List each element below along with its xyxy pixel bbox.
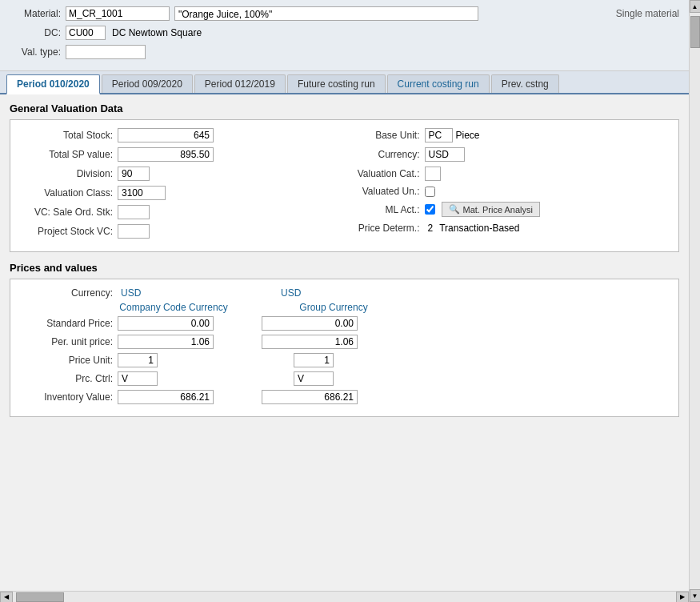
tab-future-costing-run[interactable]: Future costing run: [287, 74, 386, 93]
dc-name: DC Newtown Square: [112, 27, 202, 38]
tab-period-009-2020[interactable]: Period 009/2020: [102, 74, 193, 93]
price-unit-label: Price Unit:: [22, 355, 118, 366]
total-stock-label: Total Stock:: [22, 130, 118, 141]
scroll-thumb-right[interactable]: [690, 16, 700, 48]
val-class-input[interactable]: [118, 186, 166, 200]
price-determ-label: Price Determ.:: [345, 223, 425, 234]
price-unit-input-2[interactable]: [294, 353, 334, 367]
price-determ-text: Transaction-Based: [436, 222, 522, 235]
vc-sale-label: VC: Sale Ord. Stk:: [22, 207, 118, 218]
prc-ctrl-input-1[interactable]: [118, 371, 158, 386]
general-valuation-grid: Total Stock: Total SP value: Division:: [22, 128, 667, 243]
tab-prev-cstng[interactable]: Prev. cstng: [491, 74, 559, 93]
ml-act-label: ML Act.:: [345, 204, 425, 215]
price-unit-row: Price Unit:: [22, 353, 667, 367]
project-stock-row: Project Stock VC:: [22, 224, 345, 239]
prices-currency-usd-2: USD: [278, 287, 390, 299]
division-label: Division:: [22, 168, 118, 179]
price-determ-row: Price Determ.: 2 Transaction-Based: [345, 222, 668, 235]
currency-row: Currency:: [345, 147, 668, 162]
project-stock-label: Project Stock VC:: [22, 226, 118, 237]
standard-price-row: Standard Price:: [22, 316, 667, 331]
currency-input[interactable]: [425, 147, 465, 162]
scroll-right-arrow[interactable]: ▶: [676, 592, 689, 603]
inventory-value-input-1[interactable]: [118, 390, 214, 404]
prices-currency-usd-1: USD: [118, 287, 230, 299]
val-cat-row: Valuation Cat.:: [345, 167, 668, 181]
material-row: Material: "Orange Juice, 100%" Single ma…: [10, 6, 679, 21]
header-area: Material: "Orange Juice, 100%" Single ma…: [0, 0, 689, 71]
material-name: "Orange Juice, 100%": [174, 6, 478, 21]
scroll-up-arrow[interactable]: ▲: [690, 0, 701, 13]
per-unit-price-input-1[interactable]: [118, 335, 214, 349]
tabs-bar: Period 010/2020 Period 009/2020 Period 0…: [0, 71, 689, 94]
prc-ctrl-label: Prc. Ctrl:: [22, 373, 118, 384]
prices-currency-label: Currency:: [22, 287, 118, 299]
inventory-value-input-2[interactable]: [262, 390, 358, 404]
general-right-col: Base Unit: Piece Currency: Valuation Cat…: [345, 128, 668, 243]
ml-act-checkbox[interactable]: [425, 204, 435, 215]
prices-col-headers-row: Company Code Currency Group Currency: [22, 302, 667, 313]
prices-values-title: Prices and values: [10, 262, 679, 274]
vc-sale-input[interactable]: [118, 205, 150, 219]
scroll-thumb-bottom[interactable]: [16, 592, 64, 602]
mat-price-analysis-button[interactable]: 🔍 Mat. Price Analysi: [442, 202, 540, 217]
general-left-col: Total Stock: Total SP value: Division:: [22, 128, 345, 243]
single-material-label: Single material: [616, 8, 679, 19]
scrollbar-right[interactable]: ▲ ▼: [689, 0, 700, 602]
tab-current-costing-run[interactable]: Current costing run: [387, 74, 490, 93]
inventory-value-label: Inventory Value:: [22, 391, 118, 403]
total-stock-input[interactable]: [118, 128, 214, 142]
price-determ-value: 2: [425, 222, 437, 235]
val-cat-input[interactable]: [425, 167, 441, 181]
material-label: Material:: [10, 8, 66, 19]
val-class-row: Valuation Class:: [22, 186, 345, 200]
base-unit-text: Piece: [453, 129, 483, 142]
valuated-un-label: Valuated Un.:: [345, 186, 425, 197]
val-class-label: Valuation Class:: [22, 187, 118, 199]
total-sp-label: Total SP value:: [22, 149, 118, 160]
per-unit-price-row: Per. unit price:: [22, 335, 667, 349]
main-content: Material: "Orange Juice, 100%" Single ma…: [0, 0, 689, 591]
tab-period-012-2019[interactable]: Period 012/2019: [194, 74, 286, 93]
base-unit-input[interactable]: [425, 128, 453, 142]
ml-act-row: ML Act.: 🔍 Mat. Price Analysi: [345, 202, 668, 217]
division-row: Division:: [22, 167, 345, 181]
scroll-down-arrow[interactable]: ▼: [690, 589, 701, 602]
dc-input[interactable]: [66, 26, 106, 40]
val-cat-label: Valuation Cat.:: [345, 168, 425, 179]
prices-values-section: Prices and values Currency: USD USD Comp…: [10, 262, 679, 417]
valuated-un-checkbox[interactable]: [425, 187, 435, 197]
prices-currency-row: Currency: USD USD: [22, 287, 667, 299]
per-unit-price-input-2[interactable]: [262, 335, 358, 349]
division-input[interactable]: [118, 167, 150, 181]
total-sp-input[interactable]: [118, 147, 214, 162]
tab-period-010-2020[interactable]: Period 010/2020: [6, 74, 100, 94]
company-code-currency-header: Company Code Currency: [118, 302, 230, 313]
total-sp-row: Total SP value:: [22, 147, 345, 162]
per-unit-price-label: Per. unit price:: [22, 336, 118, 347]
vc-sale-row: VC: Sale Ord. Stk:: [22, 205, 345, 219]
scroll-left-arrow[interactable]: ◀: [0, 592, 13, 603]
project-stock-input[interactable]: [118, 224, 150, 239]
total-stock-row: Total Stock:: [22, 128, 345, 142]
material-id-input[interactable]: [66, 6, 170, 21]
price-unit-input-1[interactable]: [118, 353, 158, 367]
search-icon: 🔍: [449, 204, 460, 215]
dc-label: DC:: [10, 27, 66, 38]
val-type-input[interactable]: [66, 45, 146, 59]
valuated-un-row: Valuated Un.:: [345, 186, 668, 197]
prices-values-box: Currency: USD USD Company Code Currency …: [10, 279, 679, 417]
general-valuation-box: Total Stock: Total SP value: Division:: [10, 119, 679, 252]
base-unit-row: Base Unit: Piece: [345, 128, 668, 142]
general-valuation-section: General Valuation Data Total Stock: Tota…: [10, 102, 679, 252]
standard-price-input-1[interactable]: [118, 316, 214, 331]
scrollbar-bottom[interactable]: ◀ ▶: [0, 591, 689, 602]
val-type-label: Val. type:: [10, 46, 66, 58]
base-unit-label: Base Unit:: [345, 130, 425, 141]
general-valuation-title: General Valuation Data: [10, 102, 679, 114]
standard-price-input-2[interactable]: [262, 316, 358, 331]
currency-label: Currency:: [345, 149, 425, 160]
inventory-value-row: Inventory Value:: [22, 390, 667, 404]
prc-ctrl-input-2[interactable]: [294, 371, 334, 386]
